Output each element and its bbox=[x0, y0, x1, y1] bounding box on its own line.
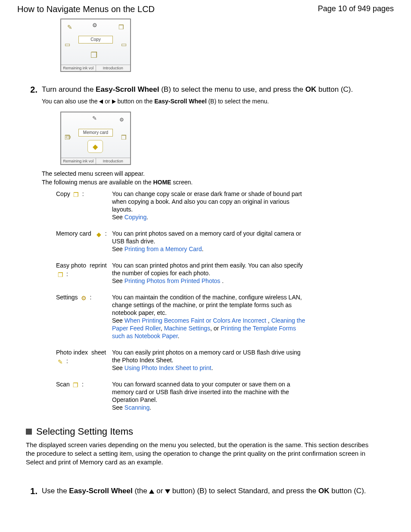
scan-icon: ❐ bbox=[72, 381, 80, 387]
page-title: How to Navigate Menus on the LCD bbox=[17, 4, 155, 14]
left-arrow-icon bbox=[99, 100, 103, 104]
link-machine-settings[interactable]: Machine Settings bbox=[164, 325, 210, 332]
section-paragraph: The displayed screen varies depending on… bbox=[26, 441, 377, 467]
step-text: button (C). bbox=[316, 85, 353, 93]
square-bullet-icon bbox=[26, 429, 32, 435]
stack-icon: ❒ bbox=[118, 24, 124, 31]
step-1: 1. Use the Easy-Scroll Wheel (the or but… bbox=[28, 486, 394, 496]
lcd-tab-left: Remaining ink vol bbox=[61, 65, 96, 71]
link-photo-index[interactable]: Using Photo Index Sheet to print bbox=[125, 364, 212, 371]
pen-icon: ✎ bbox=[92, 115, 97, 121]
link-memory-card[interactable]: Printing from a Memory Card bbox=[125, 246, 202, 252]
menu-desc-settings: You can maintain the condition of the ma… bbox=[112, 293, 310, 340]
copy-icon: ❐ bbox=[90, 50, 97, 60]
lcd-center-label: Copy bbox=[78, 36, 113, 44]
tools-icon: ⚙ bbox=[119, 117, 124, 123]
lcd-center-label: Memory card bbox=[78, 129, 113, 137]
lcd-tab-right: Introduction bbox=[96, 65, 131, 71]
reprint-icon: ❐ bbox=[56, 271, 65, 277]
link-faint-colors[interactable]: When Printing Becomes Faint or Colors Ar… bbox=[125, 317, 266, 324]
lcd-tab-right: Introduction bbox=[96, 158, 131, 164]
lcd-figure-memory: ✎ ⚙ ❒ ❒ ▭ Memory card ◆ Remaining ink vo… bbox=[60, 112, 131, 165]
lcd-tab-left: Remaining ink vol bbox=[61, 158, 96, 164]
link-scanning[interactable]: Scanning bbox=[125, 404, 149, 411]
note-line-1: The selected menu screen will appear. bbox=[42, 169, 394, 178]
easy-scroll-wheel-label: Easy-Scroll Wheel bbox=[69, 487, 132, 495]
step-2: 2. Turn around the Easy-Scroll Wheel (B)… bbox=[28, 85, 394, 94]
lcd-figure-copy: ✎ ⚙ ❒ ▭ ▭ Copy ❐ Remaining ink vol Intro… bbox=[60, 19, 131, 72]
step-number: 2. bbox=[28, 85, 37, 94]
copy-icon: ❐ bbox=[72, 191, 81, 197]
card-icon: ▭ bbox=[65, 133, 71, 140]
memory-card-icon: ◆ bbox=[87, 140, 103, 153]
photo-sheet-icon: ✎ bbox=[56, 358, 65, 364]
menu-label-copy: Copy ❐: bbox=[56, 190, 108, 221]
up-arrow-icon bbox=[149, 489, 154, 494]
menu-desc-easy-reprint: You can scan printed photos and print th… bbox=[112, 261, 310, 285]
pen-icon: ✎ bbox=[67, 24, 72, 31]
menu-label-easy-reprint: Easy photo reprint ❐: bbox=[56, 261, 108, 285]
menu-label-photo-index: Photo index sheet ✎: bbox=[56, 348, 108, 372]
stack-icon: ❒ bbox=[121, 134, 127, 141]
step-2-subtext: You can also use the or button on the Ea… bbox=[42, 97, 394, 106]
menu-desc-photo-index: You can easily print photos on a memory … bbox=[112, 348, 310, 372]
section-selecting-setting-items: Selecting Setting Items bbox=[26, 426, 394, 437]
card-icon: ▭ bbox=[65, 41, 70, 48]
menu-label-settings: Settings ⚙: bbox=[56, 293, 108, 340]
link-copying[interactable]: Copying bbox=[125, 214, 146, 221]
page-indicator: Page 10 of 949 pages bbox=[318, 4, 394, 13]
link-printed-photos[interactable]: Printing Photos from Printed Photos bbox=[125, 277, 221, 284]
menu-desc-copy: You can change copy scale or erase dark … bbox=[112, 190, 310, 221]
card-icon: ▭ bbox=[121, 41, 127, 48]
down-arrow-icon bbox=[165, 489, 170, 494]
home-menu-table: Copy ❐: You can change copy scale or era… bbox=[56, 190, 394, 411]
right-arrow-icon bbox=[112, 100, 116, 104]
menu-label-scan: Scan ❐: bbox=[56, 380, 108, 411]
menu-desc-scan: You can forward scanned data to your com… bbox=[112, 380, 310, 411]
menu-label-memory: Memory card ◆: bbox=[56, 230, 108, 253]
tools-icon: ⚙ bbox=[92, 22, 97, 28]
section-title: Selecting Setting Items bbox=[36, 426, 133, 437]
note-line-2: The following menus are available on the… bbox=[42, 178, 394, 187]
easy-scroll-wheel-label: Easy-Scroll Wheel bbox=[96, 85, 159, 93]
menu-desc-memory: You can print photos saved on a memory c… bbox=[112, 230, 310, 253]
settings-icon: ⚙ bbox=[80, 294, 88, 300]
step-number: 1. bbox=[28, 486, 37, 496]
ok-label: OK bbox=[318, 487, 330, 495]
memory-card-icon: ◆ bbox=[95, 230, 103, 236]
step-text: (B) to select the menu to use, and press… bbox=[159, 85, 305, 93]
ok-label: OK bbox=[305, 85, 317, 93]
step-text: Turn around the bbox=[42, 85, 96, 93]
